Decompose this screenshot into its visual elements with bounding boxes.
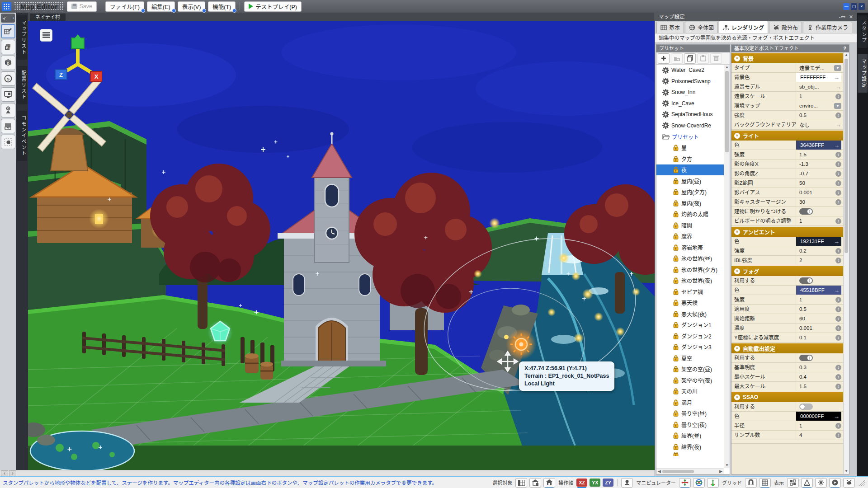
- close-button[interactable]: ×: [859, 3, 865, 10]
- color-swatch[interactable]: 192131FF→: [796, 237, 841, 246]
- delete-preset-button[interactable]: [710, 53, 722, 64]
- preset-item[interactable]: Snow-CoverdRe: [656, 120, 724, 131]
- property-value[interactable]: 60↕: [796, 314, 843, 323]
- property-value[interactable]: 50↕: [796, 178, 843, 188]
- viewport-map-name[interactable]: ネイテイ村: [30, 14, 66, 21]
- scroll-down-icon[interactable]: ▼: [724, 463, 730, 468]
- view-effects-button[interactable]: [815, 478, 827, 488]
- property-value[interactable]: 1↕: [796, 216, 843, 225]
- camera-tool-button[interactable]: [1, 103, 15, 117]
- menu-function[interactable]: 機能(T): [208, 1, 236, 12]
- preset-item[interactable]: Snow_Inn: [656, 87, 724, 98]
- tab-map-settings-palette[interactable]: マップ設定: [858, 54, 868, 93]
- property-value[interactable]: [796, 402, 843, 411]
- sprite-tool-button[interactable]: [1, 135, 15, 149]
- preset-item[interactable]: 夜: [656, 164, 724, 176]
- preset-item[interactable]: 架空の空(昼): [656, 364, 724, 375]
- view-enemy-button[interactable]: [843, 478, 855, 488]
- dropdown-icon[interactable]: ▼: [834, 103, 841, 109]
- tab-placement-list[interactable]: 配置リスト: [17, 66, 27, 104]
- preset-item[interactable]: 架空の空(夜): [656, 375, 724, 386]
- color-swatch[interactable]: FFFFFFFF→: [796, 73, 841, 82]
- copy-preset-button[interactable]: [684, 53, 696, 64]
- property-value[interactable]: 1.5↕: [796, 150, 843, 159]
- stepper-icon[interactable]: ↕: [835, 384, 841, 389]
- property-value[interactable]: enviro...▼: [796, 101, 843, 110]
- display-tool-button[interactable]: [1, 87, 15, 102]
- stepper-icon[interactable]: ↕: [835, 432, 841, 438]
- scroll-up-icon[interactable]: ▲: [844, 52, 849, 58]
- color-swatch[interactable]: 36436FFF→: [796, 141, 841, 150]
- axis-yx-button[interactable]: YX: [590, 479, 600, 487]
- preset-item[interactable]: 昼: [656, 142, 724, 154]
- property-value[interactable]: FFFFFFFF→: [796, 73, 843, 82]
- tab-stamp-palette[interactable]: スタンプ: [858, 15, 868, 48]
- close-icon[interactable]: ✕: [849, 13, 853, 21]
- paste-preset-button[interactable]: [697, 53, 709, 64]
- preset-item[interactable]: 夕方: [656, 153, 724, 164]
- property-value[interactable]: なし→: [796, 120, 843, 129]
- preset-item[interactable]: 氷の世界(夜): [656, 275, 724, 286]
- preset-item[interactable]: 暗闇: [656, 220, 724, 231]
- preset-item[interactable]: ダンジョン1: [656, 319, 724, 331]
- preset-item[interactable]: 悪天候(夜): [656, 308, 724, 319]
- stepper-icon[interactable]: ↕: [835, 306, 841, 312]
- rotate-tool-button[interactable]: [693, 478, 705, 488]
- stepper-icon[interactable]: ↕: [835, 152, 841, 158]
- preset-item[interactable]: SepiaTonedHous: [656, 109, 724, 120]
- preset-hscrollbar[interactable]: ◀ ▶: [656, 468, 724, 474]
- property-value[interactable]: -0.7↕: [796, 169, 843, 178]
- grid-toggle-button[interactable]: [759, 478, 771, 488]
- axis-zy-button[interactable]: ZY: [603, 479, 613, 487]
- map-edit-tool-button[interactable]: [1, 24, 15, 38]
- property-value[interactable]: 0.001↕: [796, 324, 843, 333]
- dropdown-icon[interactable]: ▼: [834, 65, 841, 71]
- app-icon[interactable]: [2, 2, 11, 11]
- scale-tool-button[interactable]: [707, 478, 719, 488]
- section-header[interactable]: ˅自動露出設定: [731, 343, 843, 353]
- stepper-icon[interactable]: ↕: [835, 180, 841, 186]
- tab-rendering[interactable]: レンダリング: [719, 21, 768, 33]
- resize-grip[interactable]: [859, 479, 865, 486]
- section-header[interactable]: ˅フォグ: [731, 266, 843, 276]
- preset-item[interactable]: Ice_Cave: [656, 98, 724, 109]
- preset-item[interactable]: 天の川: [656, 386, 724, 397]
- property-value[interactable]: 1↕: [796, 92, 843, 101]
- color-swatch[interactable]: 45518BFF→: [796, 286, 841, 295]
- stamp-tool-button[interactable]: [1, 119, 15, 133]
- property-value[interactable]: 0.4↕: [796, 372, 843, 381]
- stepper-icon[interactable]: ↕: [835, 316, 841, 322]
- viewport-canvas[interactable]: [28, 21, 655, 470]
- preset-item[interactable]: 曇り空(昼): [656, 408, 724, 419]
- preset-item[interactable]: 灼熱の太陽: [656, 209, 724, 220]
- database-tool-button[interactable]: D: [1, 56, 15, 70]
- preset-item[interactable]: 悪天候: [656, 297, 724, 309]
- preset-item[interactable]: ダンジョン2: [656, 330, 724, 342]
- property-value[interactable]: 0.5↕: [796, 305, 843, 314]
- tab-work-camera[interactable]: 作業用カメラ: [803, 22, 852, 33]
- stepper-icon[interactable]: ↕: [835, 297, 841, 303]
- selection-terrain-button[interactable]: [515, 478, 527, 488]
- preset-item[interactable]: 夏空: [656, 352, 724, 364]
- rail-collapse-button[interactable]: マ›: [1, 14, 15, 23]
- axis-xz-button[interactable]: XZ: [576, 479, 587, 487]
- preset-item[interactable]: 屋内(昼): [656, 175, 724, 187]
- tab-map-list[interactable]: マップリスト: [17, 15, 27, 60]
- menu-view[interactable]: 表示(V): [178, 1, 206, 12]
- preset-item[interactable]: ダンジョン3: [656, 342, 724, 353]
- tab-common-events[interactable]: コモンイベント: [17, 111, 27, 161]
- axis-y-cube[interactable]: [71, 38, 84, 49]
- property-value[interactable]: -1.3↕: [796, 160, 843, 169]
- property-value[interactable]: |: [796, 207, 843, 216]
- property-value[interactable]: |: [796, 276, 843, 285]
- property-value[interactable]: sb_obj...→: [796, 82, 843, 91]
- gem[interactable]: [208, 320, 233, 345]
- tab-enemy-distribution[interactable]: 敵分布: [769, 22, 802, 33]
- preset-item[interactable]: 溶岩地帯: [656, 242, 724, 253]
- toggle-switch[interactable]: [799, 404, 813, 410]
- axis-gizmo[interactable]: Z X: [48, 33, 102, 83]
- preset-item[interactable]: Water_Cave2: [656, 65, 724, 76]
- section-header[interactable]: ˅SSAO: [731, 392, 843, 402]
- maximize-button[interactable]: ▢: [851, 3, 857, 10]
- property-value[interactable]: 1.5↕: [796, 382, 843, 391]
